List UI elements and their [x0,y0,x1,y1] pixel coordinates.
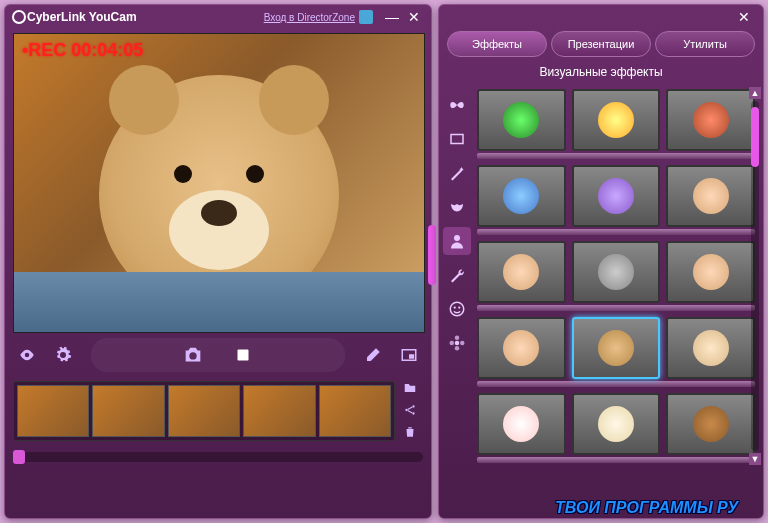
effect-bald[interactable] [666,317,755,379]
camera-icon [182,344,204,366]
timeline-thumb[interactable] [243,385,315,437]
cat-mask[interactable] [443,193,471,221]
shelf-divider [477,457,755,463]
panel-resize-grip[interactable] [428,225,436,285]
effects-titlebar: ✕ [439,5,763,29]
svg-point-10 [454,306,456,308]
minimize-button[interactable]: — [381,9,403,25]
svg-point-12 [455,341,460,346]
directorzone-link[interactable]: Вход в DirectorZone [264,12,355,23]
directorzone-icon[interactable] [359,10,373,24]
cat-butterfly[interactable] [443,91,471,119]
flower-icon [448,334,466,352]
effect-castle[interactable] [666,89,755,151]
effect-dl-green[interactable] [477,89,566,151]
shelf-divider [477,153,755,159]
close-button[interactable]: ✕ [403,9,425,25]
timeline-scrollbar[interactable] [13,447,423,467]
cat-tools[interactable] [443,261,471,289]
wand-icon [448,164,466,182]
avatar-icon [448,232,466,250]
svg-rect-3 [409,354,414,359]
svg-rect-1 [238,350,249,361]
svg-point-16 [460,341,465,346]
svg-point-15 [450,341,455,346]
svg-point-11 [458,306,460,308]
pip-button[interactable] [395,343,423,367]
cat-flower[interactable] [443,329,471,357]
stop-icon [232,344,254,366]
tools-icon [448,266,466,284]
video-preview: •REC 00:04:05 [13,33,425,333]
effect-sky-face[interactable] [477,165,566,227]
trash-button[interactable] [399,424,421,442]
cat-smiley[interactable] [443,295,471,323]
timeline-side-buttons [399,380,423,442]
effects-area: ▲ ▼ [443,85,759,467]
svg-point-13 [455,336,460,341]
share-button[interactable] [399,402,421,420]
effect-man[interactable] [477,317,566,379]
eraser-button[interactable] [359,343,387,367]
svg-rect-7 [451,135,463,144]
watermark: ТВОИ ПРОГРАММЫ РУ [555,499,738,517]
preview-toggle-button[interactable] [13,343,41,367]
app-title: CyberLink YouCam [27,10,137,24]
snapshot-button[interactable] [173,342,213,368]
stop-record-button[interactable] [223,342,263,368]
effect-purple-hat[interactable] [572,165,661,227]
svg-point-9 [450,302,464,316]
timeline-thumb[interactable] [319,385,391,437]
scroll-thumb[interactable] [751,107,759,167]
svg-point-6 [412,412,414,414]
titlebar: CyberLink YouCam Вход в DirectorZone — ✕ [5,5,431,29]
eye-icon [18,346,36,364]
effects-close-button[interactable]: ✕ [733,9,755,25]
tab-effects[interactable]: Эффекты [447,31,547,57]
effect-dog1[interactable] [572,393,661,455]
effect-guy[interactable] [477,241,566,303]
timeline-thumb[interactable] [168,385,240,437]
mask-icon [448,198,466,216]
folder-button[interactable] [399,380,421,398]
folder-icon [403,381,417,395]
effect-bear[interactable] [572,317,661,379]
effect-girl[interactable] [666,165,755,227]
pip-icon [400,346,418,364]
svg-point-0 [13,11,25,23]
section-title: Визуальные эффекты [439,59,763,85]
effects-grid-wrap: ▲ ▼ [475,85,759,467]
scroll-down-button[interactable]: ▼ [749,453,761,465]
app-logo-icon [11,9,27,25]
tab-utilities[interactable]: Утилиты [655,31,755,57]
frame-icon [448,130,466,148]
cat-avatar[interactable] [443,227,471,255]
tab-presentations[interactable]: Презентации [551,31,651,57]
timeline-thumb[interactable] [92,385,164,437]
shelf-divider [477,229,755,235]
gear-icon [54,346,72,364]
shelf-divider [477,305,755,311]
shelf-divider [477,381,755,387]
scroll-up-button[interactable]: ▲ [749,87,761,99]
effect-dog2[interactable] [666,393,755,455]
butterfly-icon [448,96,466,114]
effects-scrollbar[interactable]: ▲ ▼ [749,87,761,465]
trash-icon [403,425,417,439]
cat-wand[interactable] [443,159,471,187]
controls-bar [13,337,423,373]
main-window: CyberLink YouCam Вход в DirectorZone — ✕… [4,4,432,519]
eraser-icon [364,346,382,364]
timeline-strip[interactable] [13,381,395,441]
effect-clown[interactable] [477,393,566,455]
cat-frame[interactable] [443,125,471,153]
effect-stone[interactable] [572,241,661,303]
timeline-thumb[interactable] [17,385,89,437]
scroll-handle[interactable] [13,450,25,464]
effect-fan[interactable] [666,241,755,303]
share-icon [403,403,417,417]
svg-point-14 [455,346,460,351]
effect-dl-star[interactable] [572,89,661,151]
settings-button[interactable] [49,343,77,367]
tab-bar: Эффекты Презентации Утилиты [447,31,755,57]
